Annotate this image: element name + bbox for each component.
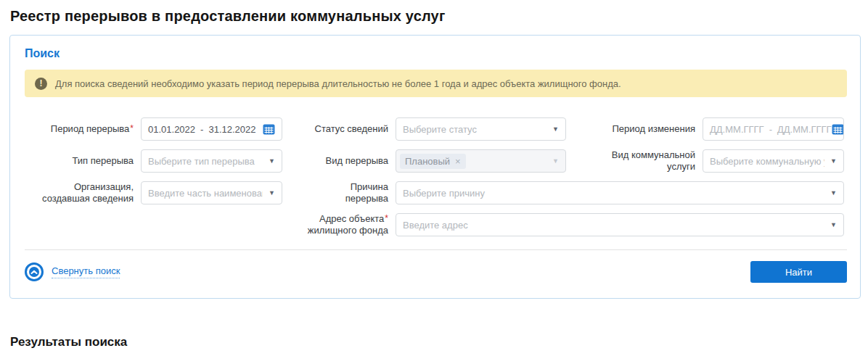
footer-divider xyxy=(25,249,847,250)
warning-banner: ! Для поиска сведений необходимо указать… xyxy=(25,70,847,97)
panel-footer: Свернуть поиск Найти xyxy=(25,261,847,283)
organization-placeholder: Введите часть наименован xyxy=(148,188,263,199)
date-to-value: 31.12.2022 xyxy=(208,124,255,135)
chevron-down-icon: ▼ xyxy=(830,157,837,165)
chevron-up-icon xyxy=(29,267,39,277)
label-line2: услуги xyxy=(667,161,695,172)
chevron-down-icon: ▼ xyxy=(269,189,275,197)
reason-label: Причина перерыва xyxy=(290,181,388,204)
search-form: Период перерыва* 01.01.2022 - 31.12.2022 xyxy=(25,117,847,236)
collapse-search-link[interactable]: Свернуть поиск xyxy=(52,265,120,278)
date-range-separator: - xyxy=(200,124,203,135)
calendar-icon[interactable] xyxy=(832,123,844,135)
utility-service-select[interactable]: Выберите коммунальную усл ▼ xyxy=(703,149,844,173)
collapse-search[interactable]: Свернуть поиск xyxy=(25,262,120,281)
organization-label: Организация, создавшая сведения xyxy=(25,181,134,204)
organization-select[interactable]: Введите часть наименован ▼ xyxy=(141,181,282,204)
label-line2: жилищного фонда xyxy=(308,225,388,236)
interruption-period-input[interactable]: 01.01.2022 - 31.12.2022 xyxy=(141,117,282,141)
search-heading: Поиск xyxy=(25,47,847,60)
status-placeholder: Выберите статус xyxy=(403,124,546,135)
results-heading: Результаты поиска xyxy=(10,335,868,349)
reason-select[interactable]: Выберите причину ▼ xyxy=(396,181,844,204)
label-text: Период перерыва xyxy=(51,123,130,134)
selected-tag-text: Плановый xyxy=(405,157,450,166)
date-from-value: 01.01.2022 xyxy=(148,124,195,135)
interruption-type-placeholder: Выберите тип перерыва xyxy=(148,156,263,167)
status-label: Статус сведений xyxy=(290,123,388,135)
chevron-down-icon: ▼ xyxy=(552,157,559,165)
date-range-separator: - xyxy=(769,124,772,135)
chevron-down-icon: ▼ xyxy=(830,189,837,197)
utility-service-label: Вид коммунальной услуги xyxy=(573,149,695,172)
label-line1: Причина xyxy=(351,181,388,192)
page-title: Реестр перерывов в предоставлении коммун… xyxy=(10,8,868,25)
change-period-input[interactable]: ДД.ММ.ГГГГ - ДД.ММ.ГГГГ xyxy=(703,117,844,141)
reason-placeholder: Выберите причину xyxy=(403,188,824,199)
address-label: Адрес объекта* жилищного фонда xyxy=(290,213,388,236)
chevron-down-icon: ▼ xyxy=(269,157,275,165)
address-select[interactable]: Введите адрес ▼ xyxy=(396,213,844,236)
address-placeholder: Введите адрес xyxy=(403,220,824,231)
label-line1: Адрес объекта xyxy=(319,213,384,224)
warning-icon: ! xyxy=(35,78,47,90)
selected-tag: Плановый × xyxy=(400,154,466,169)
interruption-period-label: Период перерыва* xyxy=(25,123,134,135)
find-button[interactable]: Найти xyxy=(750,261,847,283)
search-panel: Поиск ! Для поиска сведений необходимо у… xyxy=(9,35,861,299)
calendar-icon[interactable] xyxy=(263,123,275,135)
chevron-down-icon: ▼ xyxy=(830,221,837,228)
warning-text: Для поиска сведений необходимо указать п… xyxy=(55,78,621,89)
interruption-type-label: Тип перерыва xyxy=(25,155,134,167)
required-marker: * xyxy=(130,123,134,133)
interruption-kind-label: Вид перерыва xyxy=(290,155,388,167)
label-line2: создавшая сведения xyxy=(42,193,134,204)
date-to-placeholder: ДД.ММ.ГГГГ xyxy=(777,124,832,135)
remove-tag-icon[interactable]: × xyxy=(455,157,461,166)
change-period-label: Период изменения xyxy=(573,123,695,135)
label-line1: Вид коммунальной xyxy=(612,149,695,160)
collapse-search-icon[interactable] xyxy=(25,262,44,281)
interruption-type-select[interactable]: Выберите тип перерыва ▼ xyxy=(141,149,282,173)
label-line1: Организация, xyxy=(74,181,134,192)
utility-service-placeholder: Выберите коммунальную усл xyxy=(710,156,824,167)
required-marker: * xyxy=(385,213,388,223)
interruption-kind-select[interactable]: Плановый × ▼ xyxy=(396,149,566,173)
chevron-down-icon: ▼ xyxy=(552,125,559,133)
label-line2: перерыва xyxy=(345,193,388,204)
status-select[interactable]: Выберите статус ▼ xyxy=(396,117,566,141)
date-from-placeholder: ДД.ММ.ГГГГ xyxy=(710,124,764,135)
